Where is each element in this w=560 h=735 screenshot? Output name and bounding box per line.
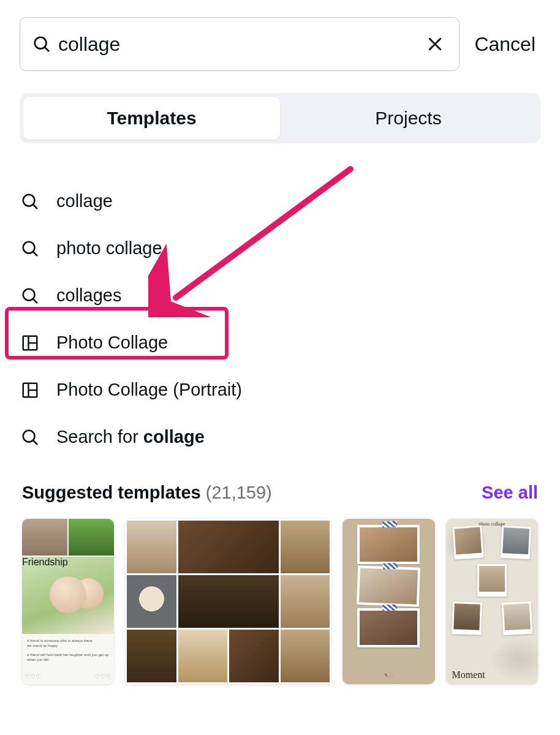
see-all-link[interactable]: See all (482, 483, 538, 503)
svg-line-7 (33, 252, 37, 255)
suggestion-label: Photo Collage (Portrait) (56, 380, 242, 400)
template-thumbnail[interactable] (125, 519, 331, 684)
clear-search-button[interactable] (426, 35, 444, 53)
template-thumbnail[interactable]: photo collage Moment (446, 519, 538, 684)
search-icon (21, 428, 39, 447)
collage-icon (21, 381, 39, 399)
suggested-templates-section: Suggested templates (21,159) See all Fri… (20, 483, 540, 696)
svg-line-1 (45, 47, 48, 51)
suggestions-list: collage photo collage collages Photo Col… (20, 178, 540, 461)
suggestion-photo-collage-portrait[interactable]: Photo Collage (Portrait) (20, 366, 540, 413)
search-row: Cancel (20, 17, 540, 71)
close-icon (426, 35, 444, 53)
search-input[interactable] (51, 33, 426, 56)
suggestion-collage[interactable]: collage (20, 178, 540, 225)
suggestion-collages[interactable]: collages (20, 272, 540, 319)
suggestion-label: collages (56, 285, 121, 306)
search-icon (21, 287, 39, 305)
suggestion-photo-collage-type[interactable]: Photo Collage (20, 319, 540, 366)
suggestion-label: photo collage (56, 238, 162, 258)
template-thumbnails: Friendship A friend is someone who is al… (22, 519, 538, 696)
suggested-templates-count: (21,159) (206, 483, 272, 502)
tab-templates[interactable]: Templates (23, 97, 280, 140)
suggestion-label: Photo Collage (56, 333, 168, 353)
search-box[interactable] (20, 17, 460, 71)
svg-line-5 (33, 205, 37, 208)
svg-line-9 (33, 299, 37, 303)
suggestion-photo-collage-search[interactable]: photo collage (20, 225, 540, 272)
collage-icon (21, 334, 39, 352)
template-thumbnail[interactable]: ✎ … (342, 519, 435, 684)
svg-line-17 (33, 440, 37, 444)
suggestion-label: collage (56, 191, 113, 211)
search-icon (21, 239, 39, 258)
suggested-templates-title: Suggested templates (21,159) (22, 483, 272, 503)
template-thumbnail[interactable]: Friendship A friend is someone who is al… (22, 519, 114, 684)
cancel-button[interactable]: Cancel (474, 33, 540, 56)
tab-projects[interactable]: Projects (280, 97, 537, 140)
search-icon (21, 192, 39, 211)
search-icon (32, 35, 51, 53)
suggestion-search-for[interactable]: Search for collage (20, 413, 540, 461)
suggestion-label: Search for collage (56, 427, 205, 447)
segmented-control: Templates Projects (20, 93, 540, 143)
